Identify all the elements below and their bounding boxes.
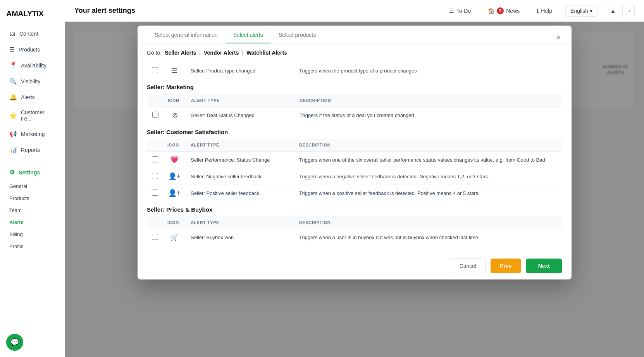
sidebar-sub-general[interactable]: General: [0, 180, 65, 192]
checkbox-cell[interactable]: [147, 62, 163, 79]
sidebar-item-reports[interactable]: 📊 Reports: [3, 142, 62, 157]
checkbox-cell[interactable]: [147, 107, 163, 124]
checkbox-cell[interactable]: [147, 229, 163, 246]
deal-icon: ⊘: [168, 111, 182, 119]
row-checkbox[interactable]: [152, 156, 158, 162]
row-checkbox[interactable]: [152, 67, 158, 73]
modal-footer: Cancel Prev Next: [138, 252, 572, 279]
app-logo: AMALYTIX: [0, 6, 65, 26]
th-icon: ICON: [163, 94, 186, 107]
content-area: NUMBER OFALERTS × Select general informa…: [65, 22, 644, 357]
tab-general-info[interactable]: Select general information: [147, 27, 226, 43]
tab-select-alerts[interactable]: Select alerts: [226, 27, 271, 43]
checkbox-cell[interactable]: [147, 185, 163, 202]
chat-icon: 💬: [10, 338, 19, 347]
goto-sep-1: |: [199, 50, 201, 56]
alerts-icon: 🔔: [9, 93, 17, 101]
topnav-news[interactable]: 🏠 5 News: [484, 5, 523, 17]
list-icon: ☰: [167, 66, 181, 75]
icon-cell: 👤+: [163, 185, 186, 202]
tab-select-products[interactable]: Select products: [271, 27, 324, 43]
alert-type-cell: Seller: Deal Status Changed: [186, 107, 295, 124]
marketing-icon: 📢: [9, 130, 17, 138]
topnav: Your alert settings ☰ To-Do 🏠 5 News ℹ H…: [65, 0, 644, 22]
availability-icon: 📍: [9, 62, 17, 69]
th-check: [147, 94, 163, 107]
sidebar-item-alerts[interactable]: 🔔 Alerts: [3, 90, 62, 105]
goto-row: Go to: Seller Alerts | Vendor Alerts | W…: [147, 50, 562, 56]
language-selector[interactable]: English ▾: [565, 5, 598, 17]
visibility-icon: 🔍: [9, 78, 17, 85]
products-icon: ☰: [9, 46, 15, 53]
goto-sep-2: |: [242, 50, 244, 56]
marketing-alert-table: ICON ALERT TYPE DESCRIPTION: [147, 93, 562, 124]
icon-cell: 💗: [163, 152, 186, 168]
table-header-row: ICON ALERT TYPE DESCRIPTION: [147, 139, 562, 152]
sidebar-item-visibility[interactable]: 🔍 Visibility: [3, 74, 62, 89]
sidebar-item-products[interactable]: ☰ Products: [3, 42, 62, 57]
cancel-button[interactable]: Cancel: [450, 259, 486, 273]
description-cell: Triggers when a negative seller feedback…: [294, 168, 562, 185]
row-checkbox[interactable]: [152, 190, 158, 196]
table-header-row: ICON ALERT TYPE DESCRIPTION: [147, 216, 562, 229]
news-icon: 🏠: [488, 8, 494, 14]
customer-satisfaction-alert-table: ICON ALERT TYPE DESCRIPTION: [147, 138, 562, 202]
modal-close-button[interactable]: ×: [553, 32, 564, 43]
goto-watchlist-alerts[interactable]: Watchlist Alerts: [246, 50, 287, 56]
prices-buybox-alert-table: ICON ALERT TYPE DESCRIPTION: [147, 216, 562, 246]
description-cell: Triggers when one of the six overall sel…: [294, 152, 562, 168]
sidebar-sub-products[interactable]: Products: [0, 192, 65, 204]
prev-button[interactable]: Prev: [491, 259, 521, 273]
chat-bubble-button[interactable]: 💬: [6, 334, 23, 351]
icon-cell: ⊘: [163, 107, 186, 124]
topnav-help[interactable]: ℹ Help: [533, 5, 556, 16]
alert-type-cell: Seller: Buybox won: [186, 229, 294, 246]
alert-type-cell: Seller: Negative seller feedback: [186, 168, 294, 185]
checkbox-cell[interactable]: [147, 152, 163, 168]
topnav-todo[interactable]: ☰ To-Do: [445, 5, 475, 16]
th-description: DESCRIPTION: [294, 216, 562, 229]
th-alert-type: ALERT TYPE: [186, 216, 294, 229]
goto-vendor-alerts[interactable]: Vendor Alerts: [204, 50, 239, 56]
feedback-icon: ⭐: [9, 112, 17, 119]
th-description: DESCRIPTION: [294, 139, 562, 152]
user-positive-icon: 👤+: [167, 189, 181, 197]
logout-button[interactable]: →: [622, 5, 635, 17]
chevron-down-icon: ▾: [590, 8, 592, 14]
description-cell: Triggers if the status of a deal you cre…: [295, 107, 562, 124]
row-checkbox[interactable]: [152, 173, 158, 179]
top-alert-table: ☰ Seller: Product type changed Triggers …: [147, 62, 562, 79]
sidebar-item-marketing[interactable]: 📢 Marketing: [3, 126, 62, 141]
icon-cell: ☰: [163, 62, 186, 79]
sidebar-sub-team[interactable]: Team: [0, 204, 65, 216]
table-row: ⊘ Seller: Deal Status Changed Triggers i…: [147, 107, 562, 124]
description-cell: Triggers when a positive seller feedback…: [294, 185, 562, 202]
next-button[interactable]: Next: [526, 259, 562, 273]
goto-seller-alerts[interactable]: Seller Alerts: [165, 50, 196, 56]
sidebar-sub-alerts[interactable]: Alerts: [0, 216, 65, 228]
sidebar-item-content[interactable]: 🗂 Content: [3, 26, 62, 41]
alert-type-cell: Seller: Positive seller feedback: [186, 185, 294, 202]
section-title-prices-buybox: Seller: Prices & Buybox: [147, 206, 562, 213]
sidebar-item-availability[interactable]: 📍 Availability: [3, 58, 62, 73]
th-description: DESCRIPTION: [295, 94, 562, 107]
help-icon: ℹ: [537, 8, 539, 14]
table-row: 💗 Seller Performance: Status Change Trig…: [147, 152, 562, 168]
icon-cell: 🛒: [163, 229, 186, 246]
sidebar-sub-profile[interactable]: Profile: [0, 240, 65, 252]
table-header-row: ICON ALERT TYPE DESCRIPTION: [147, 94, 562, 107]
row-checkbox[interactable]: [152, 112, 158, 118]
checkbox-cell[interactable]: [147, 168, 163, 185]
th-alert-type: ALERT TYPE: [186, 94, 295, 107]
sidebar-item-settings[interactable]: ⚙ Settings: [3, 165, 62, 180]
modal-body: Go to: Seller Alerts | Vendor Alerts | W…: [138, 43, 572, 252]
alert-type-cell: Seller: Product type changed: [186, 62, 294, 79]
sidebar-sub-billing[interactable]: Billing: [0, 228, 65, 240]
row-checkbox[interactable]: [152, 234, 158, 240]
section-title-customer-satisfaction: Seller: Customer Satisfaction: [147, 129, 562, 135]
sidebar-item-customer-feedback[interactable]: ⭐ Customer Fe...: [3, 105, 62, 126]
th-alert-type: ALERT TYPE: [186, 139, 294, 152]
expand-button[interactable]: ▲: [607, 5, 619, 17]
sidebar-divider: [0, 161, 65, 161]
th-check: [147, 216, 163, 229]
